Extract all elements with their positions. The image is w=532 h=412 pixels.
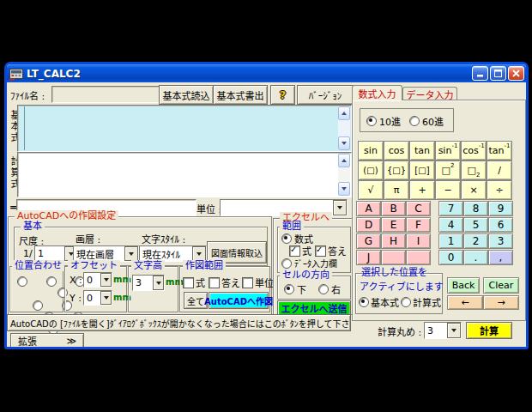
key-digit-9[interactable]: 9: [488, 201, 513, 216]
key-cos[interactable]: cos: [384, 141, 409, 161]
key-plus[interactable]: +: [409, 180, 435, 200]
key-letter-J[interactable]: J: [356, 250, 381, 265]
expand-button[interactable]: 拡張 ≫: [10, 333, 84, 347]
close-button[interactable]: [508, 66, 524, 81]
clear-button[interactable]: Clear: [483, 277, 519, 294]
key-digit-8[interactable]: 8: [463, 201, 488, 216]
right-arrow-button[interactable]: →: [483, 295, 519, 310]
draw-to-autocad-button[interactable]: AutoCADへ作図: [209, 292, 269, 309]
offset-group-title: オフセット: [68, 260, 120, 271]
key-comma[interactable]: ,: [488, 250, 513, 265]
dropdown-button[interactable]: [153, 276, 164, 290]
key-tan[interactable]: tan: [409, 141, 435, 161]
back-button[interactable]: Back: [447, 277, 480, 294]
align-radio-top-center[interactable]: [46, 276, 57, 287]
mode-radio-decimal[interactable]: 10進: [366, 114, 401, 128]
dropdown-button[interactable]: [100, 273, 112, 287]
key-digit-3[interactable]: 3: [488, 233, 513, 249]
help-button[interactable]: ?: [270, 85, 295, 105]
excel-radio-data-input[interactable]: ﾃﾞｰﾀ入力欄: [281, 257, 337, 270]
align-radio-mid-center[interactable]: [33, 300, 43, 311]
key-parentheses[interactable]: (□): [358, 161, 384, 180]
key-acos[interactable]: cos-1: [461, 141, 487, 161]
key-letter-F[interactable]: F: [406, 217, 431, 233]
key-square[interactable]: □2: [435, 161, 461, 180]
maximize-button[interactable]: [490, 66, 506, 81]
version-button[interactable]: ﾊﾞｰｼﾞｮﾝ: [297, 85, 354, 105]
scroll-track[interactable]: [338, 120, 350, 136]
key-letter-E[interactable]: E: [381, 217, 406, 233]
read-basic-formula-button[interactable]: 基本式読込: [159, 85, 214, 105]
offset-y-combo[interactable]: 0: [83, 290, 112, 306]
key-subscript2[interactable]: □2: [461, 161, 487, 180]
rounding-combo[interactable]: 3: [424, 322, 462, 339]
key-letter-C[interactable]: C: [406, 201, 431, 216]
key-letter-I[interactable]: I: [406, 233, 431, 249]
key-brackets[interactable]: [□]: [409, 161, 435, 180]
key-pi[interactable]: π: [384, 180, 409, 200]
scroll-track[interactable]: [338, 167, 350, 182]
basic-formula-textarea[interactable]: [17, 105, 352, 152]
autocad-dialog-note-button[interactable]: AutoCADの [ﾌｧｲﾙを開く]ﾀﾞｲｱﾛｸﾞﾎﾞｯｸｽが開かなくなった場合…: [7, 314, 351, 331]
direction-radio-right[interactable]: 右: [318, 282, 341, 296]
key-digit-1[interactable]: 1: [438, 233, 463, 249]
file-name-input[interactable]: [51, 86, 160, 103]
scroll-up-button[interactable]: [338, 106, 350, 120]
dropdown-arrow-icon: [104, 296, 109, 300]
dropdown-button[interactable]: [447, 323, 461, 338]
mode-radio-sexagesimal[interactable]: 60進: [409, 114, 444, 128]
key-sqrt[interactable]: √: [358, 180, 384, 200]
basic-formula-scrollbar[interactable]: [338, 106, 350, 150]
key-letter-blank-1[interactable]: [381, 250, 406, 265]
key-letter-G[interactable]: G: [356, 233, 381, 249]
active-radio-basic-formula[interactable]: 基本式: [359, 295, 399, 309]
scroll-up-button[interactable]: [338, 154, 350, 167]
align-radio-top-left[interactable]: [17, 276, 27, 287]
tab-data-input[interactable]: データ入力: [402, 87, 457, 100]
offset-x-combo[interactable]: 0: [83, 272, 112, 288]
key-letter-blank-2[interactable]: [406, 250, 431, 265]
dropdown-button[interactable]: [192, 246, 206, 261]
dropdown-button[interactable]: [124, 246, 138, 261]
key-letter-B[interactable]: B: [381, 201, 406, 216]
minimize-button[interactable]: [472, 66, 488, 81]
key-sin[interactable]: sin: [358, 141, 384, 161]
key-digit-7[interactable]: 7: [438, 201, 463, 216]
text-height-combo[interactable]: 3: [132, 275, 165, 291]
scroll-down-button[interactable]: [338, 182, 350, 196]
key-letter-D[interactable]: D: [356, 217, 381, 233]
excel-check-answer[interactable]: 答え: [315, 244, 347, 258]
dropdown-button[interactable]: [333, 200, 347, 215]
range-check-formula[interactable]: 式: [183, 276, 205, 289]
key-letter-H[interactable]: H: [381, 233, 406, 249]
key-letter-A[interactable]: A: [356, 201, 381, 216]
key-atan[interactable]: tan-1: [487, 141, 512, 161]
calc-formula-scrollbar[interactable]: [338, 154, 350, 196]
write-basic-formula-button[interactable]: 基本式書出: [213, 85, 268, 105]
key-braces[interactable]: {□}: [384, 161, 409, 180]
range-check-answer[interactable]: 答え: [209, 276, 240, 289]
key-divide[interactable]: ÷: [487, 180, 512, 200]
key-digit-6[interactable]: 6: [488, 217, 513, 233]
key-slash[interactable]: /: [487, 161, 512, 180]
left-arrow-button[interactable]: ←: [447, 295, 483, 310]
scroll-down-button[interactable]: [338, 136, 350, 150]
excel-check-formula[interactable]: 式: [289, 244, 311, 258]
calc-formula-textarea[interactable]: [17, 152, 352, 197]
active-radio-calc-formula[interactable]: 計算式: [401, 295, 441, 309]
dropdown-button[interactable]: [100, 291, 112, 305]
tab-formula-input[interactable]: 数式入力: [352, 85, 402, 100]
key-dot[interactable]: .: [463, 250, 488, 265]
key-times[interactable]: ×: [461, 180, 487, 200]
key-asin[interactable]: sin-1: [435, 141, 461, 161]
range-check-unit[interactable]: 単位: [242, 276, 274, 289]
titlebar[interactable]: LT_CALC2: [7, 64, 526, 82]
direction-radio-down[interactable]: 下: [284, 282, 306, 296]
calculate-button[interactable]: 計算: [466, 322, 512, 339]
key-digit-0[interactable]: 0: [438, 250, 463, 265]
key-digit-2[interactable]: 2: [463, 233, 488, 249]
key-digit-4[interactable]: 4: [438, 217, 463, 233]
key-minus[interactable]: −: [435, 180, 461, 200]
key-digit-5[interactable]: 5: [463, 217, 488, 233]
radio-label: 右: [331, 282, 341, 296]
